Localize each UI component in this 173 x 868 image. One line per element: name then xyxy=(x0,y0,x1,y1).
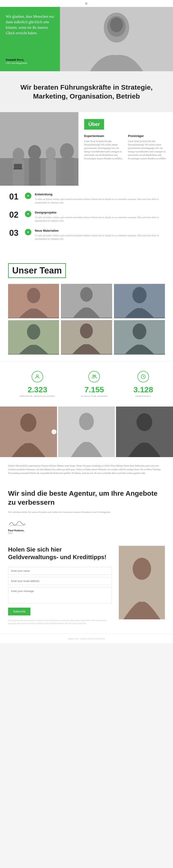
team-title: Unser Team xyxy=(12,266,62,276)
stat-icon-projects xyxy=(32,371,43,382)
agency-author-title: SEO xyxy=(8,532,165,534)
page-header: ≡ xyxy=(0,0,173,7)
service-item-1: 01 ✦ Entwicklung Ut enim ad minim veniam… xyxy=(9,193,164,204)
service-icon-2: ✦ xyxy=(25,211,31,217)
hero-portrait xyxy=(60,7,173,71)
agency-text: Wir arbeiten direkt für unsere Kunden un… xyxy=(8,510,165,514)
gallery-next-arrow[interactable]: › xyxy=(51,429,56,434)
svg-point-8 xyxy=(46,147,56,160)
svg-point-35 xyxy=(79,413,94,430)
team-photo-4 xyxy=(8,320,59,354)
tips-form-panel: Holen Sie sich hier Geldverwaltungs- und… xyxy=(8,546,112,625)
tips-message-input[interactable] xyxy=(8,587,112,603)
svg-point-7 xyxy=(28,145,41,160)
tips-name-input[interactable] xyxy=(8,567,112,575)
team-photo-6 xyxy=(114,320,165,354)
svg-point-23 xyxy=(27,324,40,339)
stat-number-clients: 7.155 xyxy=(81,385,107,394)
stat-clients: 7.155 GLÜCKLICHE KUNDEN xyxy=(81,371,107,397)
people-icon xyxy=(91,374,97,379)
about-col1-text: Unser Team ist bereit für jede Herausfor… xyxy=(84,140,123,160)
gallery-photo-2 xyxy=(58,406,115,457)
svg-point-6 xyxy=(13,148,24,161)
about-col2-title: Preisträger xyxy=(128,134,167,138)
service-number-1: 01 xyxy=(9,193,21,201)
service-content-1: Entwicklung Ut enim ad minim veniam, qui… xyxy=(35,193,164,204)
team-photo-3 xyxy=(114,284,165,318)
clock-icon xyxy=(141,374,146,379)
about-columns: Expertenteam Unser Team ist bereit für j… xyxy=(84,134,167,160)
stat-icon-clients xyxy=(88,371,100,382)
about-section: Über Expertenteam Unser Team ist bereit … xyxy=(0,112,173,186)
service-icon-3: ✦ xyxy=(25,229,31,235)
signature-svg xyxy=(8,519,27,527)
gallery-photo-3 xyxy=(116,406,173,457)
team-photo-1 xyxy=(8,284,59,318)
tips-email-input[interactable] xyxy=(8,577,112,585)
subscribe-button[interactable]: Subscribe xyxy=(8,608,30,615)
tips-section: Holen Sie sich hier Geldverwaltungs- und… xyxy=(0,539,173,634)
stat-number-hours: 3.128 xyxy=(133,385,153,394)
hero-author-name: Dominik Perry, xyxy=(6,58,54,62)
service-item-2: 02 ✦ Designprojekte Ut enim ad minim ven… xyxy=(9,211,164,222)
service-item-3: 03 ✦ Neue Materialien Ut enim ad minim v… xyxy=(9,229,164,241)
consulting-section: Wir beraten Führungskräfte in Strategie,… xyxy=(0,71,173,112)
svg-rect-12 xyxy=(46,159,56,186)
about-col2-text: Unser Team ist bereit für jede Herausfor… xyxy=(128,140,167,160)
article-section: Artikel offensichtlich angenommen Expres… xyxy=(0,457,173,482)
hero-author: Dominik Perry, CEO und Mitgründer xyxy=(6,58,54,64)
about-image xyxy=(0,112,78,186)
footer-text: Sample Text - Click to edit the Text Ele… xyxy=(68,638,105,640)
hero-section: Wir glauben, dass Menschen nur dann äuße… xyxy=(0,7,173,71)
agency-section: Wir sind die beste Agentur, um Ihre Ange… xyxy=(0,482,173,539)
service-number-3: 03 xyxy=(9,229,21,237)
svg-point-30 xyxy=(94,375,96,376)
stat-projects: 2.323 PROJEKTE ABGESCHLOSSEN xyxy=(20,371,55,397)
svg-rect-11 xyxy=(29,158,40,186)
svg-rect-13 xyxy=(61,158,74,186)
gallery-photo-1: › xyxy=(0,406,57,457)
team-photo-5 xyxy=(61,320,112,354)
article-text: Artikel offensichtlich angenommen Expres… xyxy=(8,464,165,475)
services-section: 01 ✦ Entwicklung Ut enim ad minim veniam… xyxy=(0,186,173,256)
agency-author-name: Paul Hudson, xyxy=(8,529,165,532)
svg-point-33 xyxy=(20,413,36,432)
service-title-3: Neue Materialien xyxy=(35,229,164,232)
svg-point-39 xyxy=(133,558,151,580)
about-col1-title: Expertenteam xyxy=(84,134,123,138)
hero-quote-text: Wir glauben, dass Menschen nur dann äuße… xyxy=(6,14,54,36)
hamburger-icon[interactable]: ≡ xyxy=(85,1,88,6)
hero-quote-panel: Wir glauben, dass Menschen nur dann äuße… xyxy=(0,7,60,71)
footer: Sample Text - Click to edit the Text Ele… xyxy=(0,634,173,643)
team-title-box: Unser Team xyxy=(8,263,66,278)
service-content-2: Designprojekte Ut enim ad minim veniam, … xyxy=(35,211,164,222)
service-text-2: Ut enim ad minim veniam, quis nostrud ex… xyxy=(35,216,164,222)
svg-rect-14 xyxy=(14,164,22,169)
svg-point-19 xyxy=(80,287,93,302)
person-icon xyxy=(34,374,40,379)
service-icon-1: ✦ xyxy=(25,193,31,199)
svg-point-28 xyxy=(36,375,38,377)
svg-rect-15 xyxy=(14,169,22,169)
stat-number-projects: 2.323 xyxy=(20,385,55,394)
service-text-1: Ut enim ad minim veniam, quis nostrud ex… xyxy=(35,197,164,204)
stat-icon-hours xyxy=(138,371,149,382)
hero-image xyxy=(60,7,173,71)
uber-label: Über xyxy=(84,119,104,130)
service-title-2: Designprojekte xyxy=(35,211,164,214)
stats-section: 2.323 PROJEKTE ABGESCHLOSSEN 7.155 GLÜCK… xyxy=(0,362,173,406)
service-text-3: Ut enim ad minim veniam, quis nostrud ex… xyxy=(35,234,164,241)
svg-point-37 xyxy=(137,413,152,431)
service-number-2: 02 xyxy=(9,211,21,219)
signature xyxy=(8,519,165,528)
team-photo-2 xyxy=(61,284,112,318)
tips-image xyxy=(119,546,165,619)
svg-point-3 xyxy=(110,18,123,32)
consulting-heading: Wir beraten Führungskräfte in Strategie,… xyxy=(9,83,164,101)
team-grid xyxy=(8,284,165,354)
tips-heading: Holen Sie sich hier Geldverwaltungs- und… xyxy=(8,546,112,561)
svg-point-9 xyxy=(60,143,74,159)
about-col-expert: Expertenteam Unser Team ist bereit für j… xyxy=(84,134,123,160)
tips-footer-text: Sed ut perspiciatis unde omnis iste natu… xyxy=(8,619,112,625)
agency-heading: Wir sind die beste Agentur, um Ihre Ange… xyxy=(8,489,165,507)
